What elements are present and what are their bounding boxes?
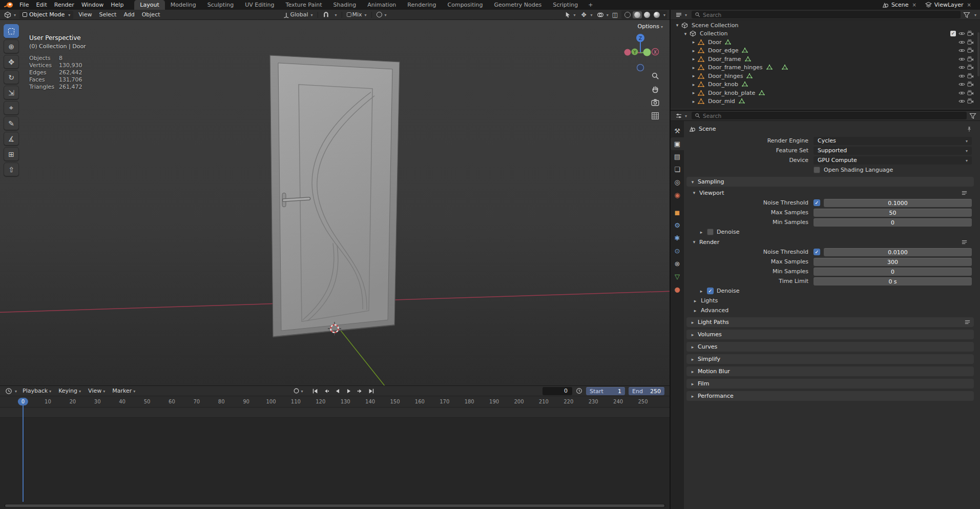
time-limit-field[interactable]: 0 s bbox=[814, 277, 972, 286]
zoom-button[interactable] bbox=[651, 71, 659, 80]
hide-viewport-eye-icon[interactable] bbox=[958, 90, 965, 96]
preset-menu-icon[interactable] bbox=[961, 190, 968, 196]
timeline-menu-keying[interactable]: Keying bbox=[55, 388, 85, 394]
mode-selector[interactable]: Object Mode bbox=[19, 11, 73, 19]
properties-tab-output[interactable]: ▤ bbox=[671, 150, 684, 163]
scrollbar-thumb[interactable] bbox=[5, 504, 664, 507]
jump-to-end-button[interactable] bbox=[366, 387, 377, 395]
outliner-item-door-knob[interactable]: Door_knob bbox=[671, 80, 980, 89]
outliner-item-collection[interactable]: Collection bbox=[671, 30, 980, 38]
tool-move[interactable]: ✥ bbox=[4, 55, 19, 69]
outliner-item-door-hinges[interactable]: Door_hinges bbox=[671, 72, 980, 80]
tool-cursor[interactable]: ⊕ bbox=[4, 39, 19, 53]
playhead-line[interactable] bbox=[23, 405, 24, 502]
shading-wireframe-button[interactable] bbox=[623, 11, 632, 18]
tab-sculpting[interactable]: Sculpting bbox=[202, 0, 239, 10]
disable-render-camera-icon[interactable] bbox=[967, 64, 974, 71]
tool-extrude[interactable]: ⇧ bbox=[4, 162, 19, 176]
end-frame-field[interactable]: End 250 bbox=[629, 387, 664, 395]
hide-viewport-eye-icon[interactable] bbox=[958, 56, 965, 63]
gizmos-dropdown[interactable]: ✥ bbox=[578, 11, 595, 18]
tool-measure[interactable]: ∡ bbox=[4, 132, 19, 146]
menu-edit[interactable]: Edit bbox=[32, 0, 50, 10]
toggle-perspective-button[interactable] bbox=[651, 111, 659, 120]
collection-checkbox[interactable] bbox=[950, 31, 956, 36]
render-denoise-fold[interactable]: Denoise bbox=[699, 287, 975, 295]
viewport-menu-view[interactable]: View bbox=[75, 11, 95, 18]
tab-texture-paint[interactable]: Texture Paint bbox=[280, 0, 328, 10]
viewport-menu-select[interactable]: Select bbox=[95, 11, 120, 18]
expand-icon[interactable] bbox=[691, 73, 696, 78]
timeline-menu-view[interactable]: View bbox=[85, 388, 109, 394]
add-workspace-button[interactable]: + bbox=[583, 0, 597, 10]
viewport-menu-add[interactable]: Add bbox=[120, 11, 138, 18]
expand-icon[interactable] bbox=[691, 56, 696, 62]
outliner-item-door-knob-plate[interactable]: Door_knob_plate bbox=[671, 89, 980, 97]
properties-tab-physics[interactable]: ⊙ bbox=[671, 245, 684, 257]
outliner-item-door[interactable]: Door bbox=[671, 38, 980, 47]
section-light-paths[interactable]: Light Paths bbox=[686, 317, 974, 327]
denoise-checkbox[interactable] bbox=[707, 288, 714, 294]
overlays-dropdown[interactable] bbox=[595, 11, 611, 18]
unlink-scene-button[interactable]: × bbox=[911, 2, 917, 8]
tab-shading[interactable]: Shading bbox=[328, 0, 362, 10]
disable-render-camera-icon[interactable] bbox=[967, 39, 974, 46]
denoise-checkbox[interactable] bbox=[707, 229, 714, 235]
section-motion-blur[interactable]: Motion Blur bbox=[686, 367, 974, 376]
pin-icon[interactable] bbox=[966, 126, 972, 132]
render-engine-dropdown[interactable]: Cycles bbox=[814, 137, 972, 145]
viewlayer-selector[interactable]: ViewLayer × bbox=[922, 1, 975, 9]
proportional-edit-toggle[interactable] bbox=[374, 11, 389, 18]
tool-scale[interactable]: ⇲ bbox=[4, 86, 19, 99]
properties-search[interactable] bbox=[692, 112, 967, 119]
tab-compositing[interactable]: Compositing bbox=[442, 0, 489, 10]
tab-uv-editing[interactable]: UV Editing bbox=[239, 0, 280, 10]
expand-icon[interactable] bbox=[691, 90, 696, 95]
editor-type-button[interactable] bbox=[2, 11, 18, 18]
selectability-dropdown[interactable] bbox=[562, 11, 578, 18]
tool-add-cube[interactable]: ⊞ bbox=[4, 147, 19, 161]
section-film[interactable]: Film bbox=[686, 379, 974, 389]
expand-icon[interactable] bbox=[691, 39, 696, 45]
min-samples-field[interactable]: 0 bbox=[814, 218, 972, 227]
preset-menu-icon[interactable] bbox=[964, 319, 971, 325]
navigation-gizmo[interactable]: Z Y X bbox=[620, 31, 660, 74]
shading-rendered-button[interactable] bbox=[652, 11, 661, 18]
noise-threshold-checkbox[interactable] bbox=[814, 199, 820, 206]
outliner-item-door-mid[interactable]: Door_mid bbox=[671, 97, 980, 106]
viewport-3d[interactable]: ⊕ ✥ ↻ ⇲ ⌖ ✎ ∡ ⊞ ⇧ User Perspective (0) C… bbox=[0, 20, 670, 385]
viewport-denoise-fold[interactable]: Denoise bbox=[699, 228, 975, 236]
timeline-editor-type-button[interactable] bbox=[3, 388, 19, 395]
properties-tab-view-layer[interactable]: ❏ bbox=[671, 163, 684, 176]
playhead-badge[interactable]: 0 bbox=[18, 398, 28, 405]
properties-tab-world[interactable]: ◉ bbox=[671, 189, 684, 201]
blender-logo-icon[interactable] bbox=[4, 2, 14, 8]
disable-render-camera-icon[interactable] bbox=[967, 47, 974, 54]
tab-geometry-nodes[interactable]: Geometry Nodes bbox=[488, 0, 547, 10]
properties-tab-render[interactable]: ▣ bbox=[671, 137, 684, 150]
menu-render[interactable]: Render bbox=[51, 0, 78, 10]
filter-icon[interactable] bbox=[963, 11, 970, 18]
current-frame-field[interactable]: 0 bbox=[543, 387, 572, 395]
section-curves[interactable]: Curves bbox=[686, 342, 974, 352]
properties-tab-tool[interactable]: ⚒ bbox=[671, 125, 684, 137]
tab-rendering[interactable]: Rendering bbox=[402, 0, 442, 10]
hide-viewport-eye-icon[interactable] bbox=[958, 47, 965, 54]
outliner-item-door-edge[interactable]: Door_edge bbox=[671, 47, 980, 55]
tool-transform[interactable]: ⌖ bbox=[4, 101, 19, 115]
preset-menu-icon[interactable] bbox=[961, 239, 968, 246]
expand-icon[interactable] bbox=[691, 65, 696, 70]
scene-selector[interactable]: Scene × bbox=[879, 1, 921, 9]
menu-help[interactable]: Help bbox=[107, 0, 127, 10]
tab-scripting[interactable]: Scripting bbox=[547, 0, 583, 10]
tool-rotate[interactable]: ↻ bbox=[4, 70, 19, 84]
hide-viewport-eye-icon[interactable] bbox=[958, 64, 965, 71]
disable-render-camera-icon[interactable] bbox=[967, 30, 974, 37]
section-sampling[interactable]: Sampling bbox=[686, 177, 974, 187]
disable-render-camera-icon[interactable] bbox=[967, 81, 974, 88]
noise-threshold-field[interactable]: 0.0100 bbox=[824, 248, 972, 256]
max-samples-field[interactable]: 300 bbox=[814, 258, 972, 266]
hide-viewport-eye-icon[interactable] bbox=[958, 30, 965, 37]
shading-material-button[interactable] bbox=[642, 11, 652, 18]
auto-keying-toggle[interactable] bbox=[293, 388, 303, 394]
